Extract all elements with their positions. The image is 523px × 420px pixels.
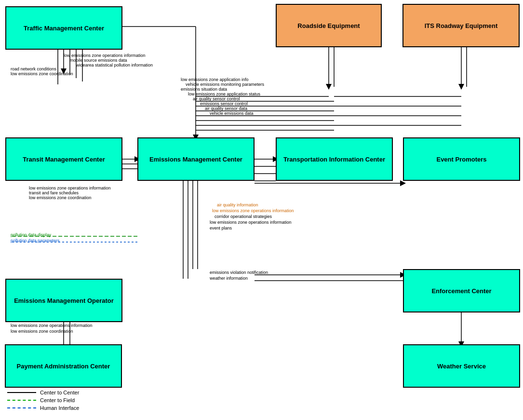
label-vehicle-emissions-data: vehicle emissions data	[210, 111, 254, 116]
label-air-quality-info: air quality information	[217, 203, 258, 207]
transit-management-center-label: Transit Management Center	[23, 156, 105, 163]
its-roadway-equipment-label: ITS Roadway Equipment	[425, 22, 498, 29]
legend-center-to-center-label: Center to Center	[40, 390, 79, 395]
label-low-emissions-ops4: low emissions zone operations informatio…	[210, 220, 292, 225]
legend-center-to-field: Center to Field	[7, 397, 79, 403]
legend-dashed-green-line	[7, 400, 36, 401]
transportation-information-center-node: Transportation Information Center	[276, 137, 393, 181]
label-emissions-violation: emissions violation notification	[210, 270, 268, 275]
legend-solid-line	[7, 392, 36, 393]
legend-center-to-field-label: Center to Field	[40, 397, 75, 403]
label-low-emissions-app-status: low emissions zone application status	[188, 92, 260, 96]
legend-center-to-center: Center to Center	[7, 390, 79, 395]
label-weather-info: weather information	[210, 276, 248, 281]
weather-service-label: Weather Service	[437, 363, 486, 370]
legend-human-interface-label: Human Interface	[40, 405, 79, 411]
label-low-emissions-ops1: low emissions zone operations informatio…	[64, 53, 146, 58]
label-low-emissions-app-info: low emissions zone application info	[181, 77, 249, 82]
traffic-management-center-node: Traffic Management Center	[5, 6, 122, 50]
event-promoters-node: Event Promoters	[403, 137, 520, 181]
legend: Center to Center Center to Field Human I…	[7, 390, 79, 413]
emissions-management-operator-node: Emissions Management Operator	[5, 279, 122, 322]
label-air-quality-sensor-data: air quality sensor data	[205, 106, 247, 111]
traffic-management-center-label: Traffic Management Center	[24, 25, 104, 32]
label-low-emissions-ops3: low emissions zone operations informatio…	[212, 208, 294, 213]
legend-human-interface: Human Interface	[7, 405, 79, 411]
enforcement-center-node: Enforcement Center	[403, 269, 520, 312]
transportation-information-center-label: Transportation Information Center	[283, 156, 385, 163]
emissions-management-operator-label: Emissions Management Operator	[14, 297, 114, 304]
label-emissions-sensor-ctrl: emissions sensor control	[200, 101, 248, 106]
payment-administration-center-label: Payment Administration Center	[17, 363, 110, 370]
transit-management-center-node: Transit Management Center	[5, 137, 122, 181]
label-low-emissions-ops2: low emissions zone operations informatio…	[29, 186, 111, 190]
label-road-network: road network conditions	[11, 67, 56, 71]
label-pollution-display: pollution data display	[11, 232, 51, 237]
its-roadway-equipment-node: ITS Roadway Equipment	[402, 4, 520, 47]
label-widearea: widearea statistical pollution informati…	[76, 63, 153, 68]
enforcement-center-label: Enforcement Center	[431, 287, 491, 295]
event-promoters-label: Event Promoters	[436, 156, 486, 163]
label-emissions-situation: emissions situation data	[181, 87, 227, 92]
label-mobile-source: mobile source emissions data	[70, 58, 127, 63]
label-transit-fare: transit and fare schedules	[29, 190, 79, 195]
label-low-emissions-coord3: low emissions zone coordination	[11, 329, 73, 334]
label-air-quality-sensor-ctrl: air quality sensor control	[193, 96, 240, 101]
label-event-plans: event plans	[210, 226, 232, 230]
payment-administration-center-node: Payment Administration Center	[5, 344, 122, 388]
emissions-management-center-node: Emissions Management Center	[137, 137, 255, 181]
weather-service-node: Weather Service	[403, 344, 520, 388]
label-vehicle-emissions-params: vehicle emissions monitoring parameters	[186, 82, 264, 87]
label-pollution-params: pollution data parameters	[11, 238, 60, 243]
emissions-management-center-label: Emissions Management Center	[149, 156, 242, 163]
label-corridor-ops: corridor operational strategies	[215, 214, 272, 219]
diagram-container: Traffic Management Center Roadside Equip…	[0, 0, 523, 420]
label-low-emissions-coord2: low emissions zone coordination	[29, 195, 92, 200]
label-low-emissions-ops5: low emissions zone operations informatio…	[11, 323, 93, 328]
legend-dashed-blue-line	[7, 407, 36, 408]
roadside-equipment-label: Roadside Equipment	[297, 22, 360, 29]
label-low-emissions-coord1: low emissions zone coordination	[11, 71, 73, 76]
roadside-equipment-node: Roadside Equipment	[276, 4, 382, 47]
